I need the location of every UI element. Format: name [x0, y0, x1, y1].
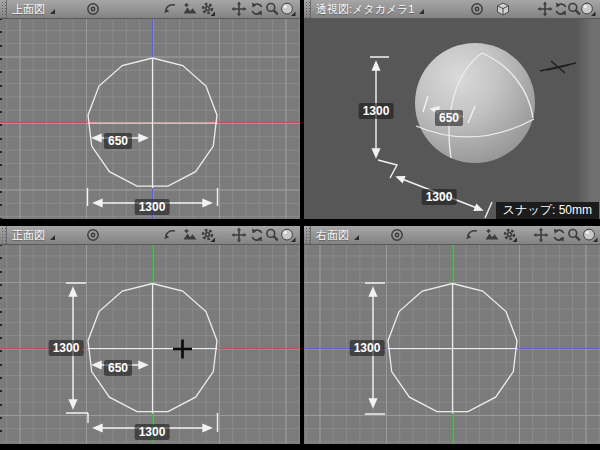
viewport-canvas-front[interactable]: 1300 650 1300 — [0, 244, 300, 444]
zoom-view-icon[interactable] — [264, 227, 280, 243]
dimension-label-diameter: 1300 — [135, 424, 170, 440]
mouse-cursor-crosshair — [173, 340, 192, 359]
wireframe-overlay — [0, 244, 300, 444]
viewport-header: 右面図 — [304, 226, 600, 245]
viewport-title: 右面図 — [316, 226, 349, 244]
fit-view-icon[interactable] — [182, 227, 198, 243]
dropdown-triangle-icon — [354, 235, 359, 240]
dropdown-triangle-icon — [50, 9, 55, 14]
target-icon[interactable] — [469, 1, 485, 17]
header-drag-handle[interactable] — [0, 226, 7, 244]
viewport-perspective: 透視図:メタカメラ1 — [304, 0, 600, 219]
header-drag-handle[interactable] — [304, 0, 311, 18]
fit-view-icon[interactable] — [484, 227, 500, 243]
pan-view-icon[interactable] — [162, 227, 178, 243]
dropdown-triangle-icon — [50, 235, 55, 240]
view-selector-button[interactable]: 上面図 — [12, 0, 55, 18]
rotate-view-icon[interactable] — [249, 227, 265, 243]
move-view-icon[interactable] — [231, 227, 247, 243]
dropdown-triangle-icon — [419, 9, 424, 14]
dimension-label-diameter: 1300 — [350, 340, 385, 356]
pan-view-icon[interactable] — [464, 227, 480, 243]
dimension-label-radius: 650 — [104, 360, 132, 376]
fit-view-icon[interactable] — [182, 1, 198, 17]
viewport-right-view: 右面図 1300 — [304, 226, 600, 444]
pan-view-icon[interactable] — [162, 1, 178, 17]
display-settings-gear-icon[interactable] — [200, 227, 216, 243]
quad-viewport-workspace: 上面図 — [0, 0, 600, 450]
viewport-header: 透視図:メタカメラ1 — [304, 0, 600, 19]
rotate-view-icon[interactable] — [551, 227, 567, 243]
view-selector-button[interactable]: 正面図 — [12, 226, 55, 244]
display-settings-gear-icon[interactable] — [200, 1, 216, 17]
wireframe-overlay — [304, 244, 600, 444]
rotate-view-icon[interactable] — [249, 1, 265, 17]
viewport-title: 上面図 — [12, 0, 45, 18]
viewport-front-view: 正面図 — [0, 226, 300, 444]
viewport-title: 透視図:メタカメラ1 — [316, 0, 414, 18]
header-drag-handle[interactable] — [0, 0, 7, 18]
viewport-top-view: 上面図 — [0, 0, 300, 219]
snap-status-badge: スナップ: 50mm — [496, 202, 599, 219]
viewport-canvas-perspective[interactable]: 1300 650 1300 スナップ: 50mm — [304, 18, 600, 219]
zoom-view-icon[interactable] — [566, 227, 582, 243]
viewport-canvas-right[interactable]: 1300 — [304, 244, 600, 444]
view-selector-button[interactable]: 右面図 — [316, 226, 359, 244]
move-view-icon[interactable] — [533, 227, 549, 243]
display-mode-sphere-icon[interactable] — [582, 227, 598, 243]
dimension-label-diameter: 1300 — [49, 340, 84, 356]
dimension-label-diameter: 1300 — [135, 199, 170, 215]
dimension-label-diameter: 1300 — [422, 189, 457, 205]
move-view-icon[interactable] — [231, 1, 247, 17]
display-mode-sphere-icon[interactable] — [580, 1, 596, 17]
sphere-wireframe-lines — [416, 53, 534, 158]
target-icon[interactable] — [389, 227, 405, 243]
display-settings-gear-icon[interactable] — [502, 227, 518, 243]
display-mode-sphere-icon[interactable] — [280, 227, 296, 243]
view-selector-button[interactable]: 透視図:メタカメラ1 — [316, 0, 424, 18]
viewport-header: 上面図 — [0, 0, 300, 19]
target-icon[interactable] — [85, 1, 101, 17]
dimension-label-radius: 650 — [435, 110, 463, 126]
display-mode-sphere-icon[interactable] — [280, 1, 296, 17]
viewport-canvas-top[interactable]: 650 1300 — [0, 18, 300, 219]
wireframe-overlay — [0, 18, 300, 219]
dimension-label-radius: 650 — [104, 133, 132, 149]
zoom-view-icon[interactable] — [264, 1, 280, 17]
cube-icon[interactable] — [495, 1, 511, 17]
target-icon[interactable] — [85, 227, 101, 243]
dimension-label-diameter: 1300 — [359, 103, 394, 119]
move-view-icon[interactable] — [537, 1, 553, 17]
viewport-header: 正面図 — [0, 226, 300, 245]
header-drag-handle[interactable] — [304, 226, 311, 244]
axis-gizmo-icon — [540, 61, 576, 73]
viewport-title: 正面図 — [12, 226, 45, 244]
